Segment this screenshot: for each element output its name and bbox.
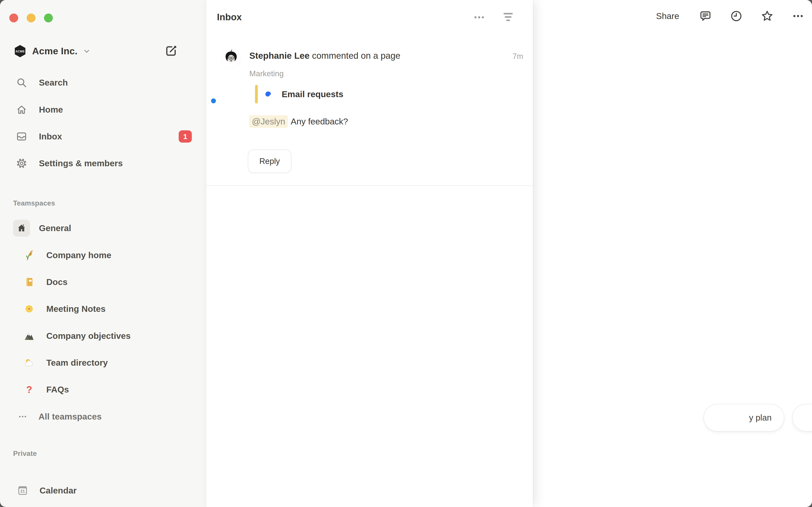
sidebar: ACME Acme Inc. Search Home [0,0,207,507]
sidebar-item-general[interactable]: General [4,218,201,239]
sidebar-item-settings[interactable]: Settings & members [4,153,201,174]
sidebar-item-calendar[interactable]: 21 Calendar [4,480,201,501]
sidebar-item-label: Company objectives [46,331,131,341]
sidebar-item-label: Calendar [40,486,77,496]
question-mark-icon: ? [23,384,35,395]
inbox-tray-icon [16,130,28,143]
sidebar-item-label: Settings & members [39,158,123,168]
favorite-star-icon[interactable] [760,9,774,23]
sidebar-item-label: Docs [46,277,67,287]
mountain-icon [23,330,35,342]
ledger-icon [23,276,35,288]
sidebar-item-search[interactable]: Search [4,72,201,93]
inbox-popover-title: Inbox [217,12,242,22]
private-section-header[interactable]: Private [13,450,37,458]
sidebar-item-label: Company home [46,250,111,260]
svg-text:21: 21 [20,489,25,494]
sidebar-item-label: Search [39,78,68,88]
sidebar-item-meeting-notes[interactable]: Meeting Notes [4,298,201,320]
house-icon [13,220,30,237]
sidebar-item-company-objectives[interactable]: Company objectives [4,325,201,346]
search-icon [16,77,28,89]
page-topbar: Share [654,9,805,23]
new-page-compose-button[interactable] [164,44,178,58]
notification-page-link[interactable]: Email requests [255,85,343,104]
notification-action: commented on a page [310,51,401,61]
sidebar-item-label: All teamspaces [39,412,102,421]
sheaf-of-rice-icon [23,249,35,261]
sidebar-item-label: Home [39,105,63,115]
sidebar-item-home[interactable]: Home [4,99,201,120]
more-ellipsis-icon[interactable] [791,9,805,23]
ellipsis-icon [17,411,28,421]
sidebar-item-company-home[interactable]: Company home [4,245,201,266]
comment-body: Any feedback? [291,117,348,126]
sidebar-item-label: Inbox [39,131,62,142]
sun-behind-cloud-icon [23,357,35,369]
inbox-more-ellipsis-icon[interactable] [472,10,487,25]
avatar [221,49,241,68]
notification-author: Stephanie Lee [249,51,310,61]
sidebar-item-all-teamspaces[interactable]: All teamspaces [4,406,201,427]
template-pill-label: y plan [749,413,772,422]
svg-text:ACME: ACME [15,50,24,53]
window-controls [9,13,53,22]
teamspaces-section-header[interactable]: Teamspaces [13,199,55,207]
notification-divider [206,185,533,186]
home-icon [16,104,28,116]
reply-button[interactable]: Reply [248,150,291,173]
comment-text: @Jeslyn Any feedback? [249,114,348,128]
unread-indicator-dot [211,99,216,103]
notification-timestamp: 7m [513,52,523,61]
sidebar-item-docs[interactable]: Docs [4,272,201,293]
sidebar-item-team-directory[interactable]: Team directory [4,352,201,373]
user-mention[interactable]: @Jeslyn [249,115,288,128]
workspace-switcher[interactable]: ACME Acme Inc. [9,42,198,60]
inbox-unread-badge: 1 [179,130,192,143]
sidebar-item-faqs[interactable]: ? FAQs [4,379,201,400]
notion-window: ACME Acme Inc. Search Home [0,0,812,507]
workspace-name: Acme Inc. [32,46,78,57]
quote-bar [255,85,258,104]
calendar-icon: 21 [16,485,29,497]
workspace-logo: ACME [13,45,27,58]
template-pill-journal[interactable]: Journal [792,404,812,432]
sidebar-item-inbox[interactable]: Inbox 1 [4,126,201,147]
sidebar-item-label: Team directory [46,358,108,368]
inbox-filter-icon[interactable] [501,8,515,25]
cyclone-icon [263,89,273,99]
sidebar-item-label: Meeting Notes [46,304,105,314]
minimize-window-button[interactable] [27,13,36,22]
comments-icon[interactable] [699,9,712,23]
template-pill-plan[interactable]: y plan [704,404,784,432]
share-button[interactable]: Share [654,10,681,22]
blossom-icon [23,303,35,315]
gear-icon [16,157,28,169]
zoom-window-button[interactable] [44,13,53,22]
history-clock-icon[interactable] [729,9,743,23]
sidebar-item-label: General [39,223,71,233]
page-title: Email requests [282,89,343,99]
chevron-down-icon [82,47,91,56]
notification-context-breadcrumb: Marketing [249,69,284,78]
sidebar-item-label: FAQs [46,385,69,395]
notification-item[interactable]: Stephanie Lee commented on a page 7m Mar… [206,42,533,185]
inbox-popover: Inbox [206,0,533,507]
notification-title: Stephanie Lee commented on a page [249,51,400,61]
close-window-button[interactable] [9,13,18,22]
